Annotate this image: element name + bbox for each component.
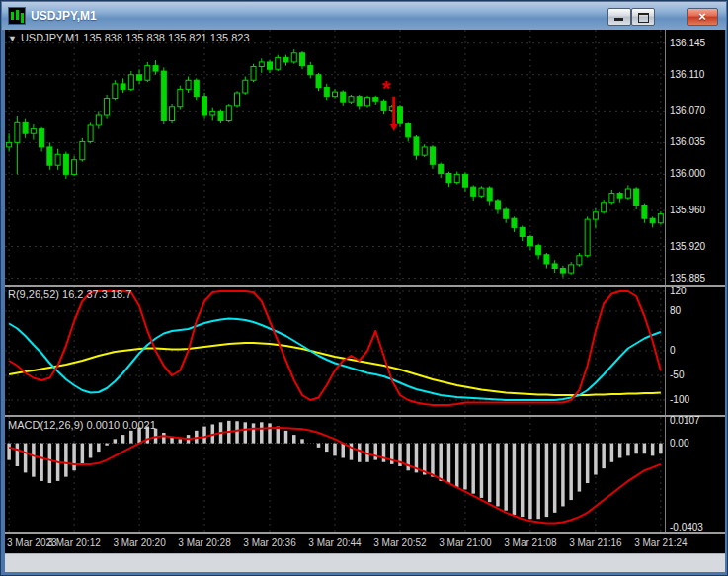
time-axis-label: 3 Mar 20:20 [113,537,165,548]
candle-body [504,209,509,218]
time-axis-label: 3 Mar 20:28 [178,537,230,548]
price-axis-label: 135.885 [670,273,705,284]
candle-body [300,53,305,66]
candle-body [235,93,240,106]
macd-axis-label: -0.0403 [670,522,703,533]
candle-body [31,129,36,134]
oscillator-chart[interactable] [5,287,665,415]
oscillator-axis-label: -50 [670,370,684,380]
maximize-icon [638,13,649,23]
minimize-icon [614,18,623,21]
window-title: USDJPY,M1 [31,9,97,23]
candle-body [47,147,52,165]
candle-body [527,237,532,246]
candle-body [276,57,281,69]
symbol-dropdown-icon[interactable]: ▼ [8,34,17,43]
minimize-button[interactable] [607,8,631,26]
candle-body [552,264,557,269]
chart-client-area: ▼USDJPY,M1 135.838 135.838 135.821 135.8… [5,30,725,572]
candle-body [283,57,288,62]
candle-body [128,75,133,90]
candle-body [178,89,183,106]
title-bar[interactable]: USDJPY,M1 × [2,2,726,30]
candle-body [145,66,150,81]
candle-body [259,62,264,67]
symbol-info-bar: ▼USDJPY,M1 135.838 135.838 135.821 135.8… [8,32,250,43]
candle-body [536,246,541,255]
candle-body [63,154,68,174]
time-axis-label: 3 Mar 20:52 [373,537,426,548]
time-axis-label: 3 Mar 21:16 [569,537,621,548]
candle-body [422,147,427,155]
candle-body [414,137,419,155]
price-pane-row: ▼USDJPY,M1 135.838 135.838 135.821 135.8… [5,30,725,285]
price-axis-label: 135.960 [670,205,705,215]
oscillator-axis-label: 120 [670,286,687,296]
candle-body [113,84,118,99]
oscillator-pane: R(9,26,52) 16.2 37.3 18.7 [5,287,665,415]
candle-body [446,173,451,182]
time-axis-label: 3 Mar 20:36 [243,537,295,548]
candle-body [7,142,12,147]
candle-body [560,269,565,274]
candle-body [373,98,378,102]
macd-axis-label: 0.00 [670,438,688,449]
candle-body [364,98,369,106]
candle-body [585,219,590,256]
macd-pane: MACD(12,26,9) 0.0010 0.0021 [5,417,665,532]
close-button[interactable]: × [687,8,718,26]
candle-body [569,265,574,273]
candle-body [72,160,77,175]
candle-body [121,84,125,89]
candle-body [602,203,607,212]
candle-body [462,174,467,187]
candle-body [194,80,199,96]
oscillator-axis[interactable]: 120800-50-100 [665,287,725,415]
candle-body [642,205,647,218]
candle-body [15,122,20,142]
oscillator-axis-label: 80 [670,305,681,316]
price-pane: ▼USDJPY,M1 135.838 135.838 135.821 135.8… [5,30,665,285]
candle-body [40,129,44,147]
candle-body [96,115,101,125]
time-axis-label: 3 Mar 21:24 [634,537,687,548]
time-axis-label: 3 Mar 21:08 [504,537,556,548]
price-axis[interactable]: 136.145136.110136.070136.035136.000135.9… [665,30,725,285]
time-axis[interactable]: 3 Mar 20233 Mar 20:123 Mar 20:203 Mar 20… [5,534,725,553]
candle-body [153,66,158,71]
candle-body [55,154,60,165]
time-axis-label: 3 Mar 20:12 [47,537,100,548]
candle-body [349,97,354,102]
ohlc-values: 135.838 135.838 135.821 135.823 [83,32,249,43]
candle-body [439,164,444,173]
candle-body [544,255,549,264]
candle-body [88,125,93,141]
candle-body [341,92,346,102]
candle-body [658,214,663,223]
signal-star-icon: * [382,76,391,101]
horizontal-scrollbar[interactable] [5,553,725,572]
macd-axis-label: 0.0107 [670,415,700,426]
macd-chart[interactable] [5,417,665,532]
candle-body [137,75,142,80]
app-icon [8,7,26,25]
candle-body [161,71,166,120]
candle-body [520,227,525,236]
candle-body [308,66,313,75]
candle-body [291,53,296,62]
candle-body [80,141,85,159]
candle-body [454,174,459,182]
candle-body [479,188,484,196]
candle-body [210,111,215,115]
candle-body [625,189,630,198]
price-axis-label: 136.110 [670,69,704,80]
candlestick-chart[interactable]: * [5,30,665,285]
candle-body [487,188,492,201]
candle-body [397,107,402,123]
indicator-label-oscillator: R(9,26,52) 16.2 37.3 18.7 [8,288,131,300]
price-axis-label: 136.035 [670,136,705,147]
macd-axis[interactable]: 0.01070.00-0.0403 [665,417,725,532]
oscillator-axis-label: 0 [670,345,676,356]
maximize-button[interactable] [631,8,655,26]
candle-body [268,62,273,69]
